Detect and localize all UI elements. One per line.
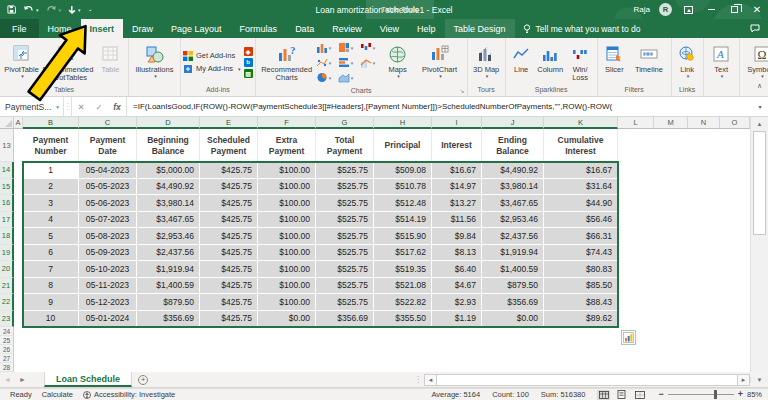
minimize-icon[interactable] <box>704 0 718 19</box>
zoom-slider-thumb[interactable] <box>714 390 717 399</box>
column-header-C[interactable]: C <box>79 117 137 129</box>
sparkline-line-button[interactable]: Line <box>508 40 535 84</box>
pie-chart-icon[interactable]: ▾ <box>316 70 337 85</box>
cell-a21[interactable] <box>14 278 23 295</box>
cell-a18[interactable] <box>14 228 23 245</box>
table-header-cell[interactable]: Principal <box>374 129 432 162</box>
cell-H15[interactable]: $510.78 <box>374 179 432 196</box>
cell-E16[interactable]: $425.75 <box>200 195 258 212</box>
zoom-level[interactable]: 85% <box>747 390 762 399</box>
cell-F21[interactable]: $100.00 <box>258 278 316 295</box>
cell-E19[interactable]: $425.75 <box>200 245 258 262</box>
sheet-tab-loan-schedule[interactable]: Loan Schedule <box>44 372 132 387</box>
cell-a23[interactable] <box>14 311 23 328</box>
user-name[interactable]: Raja <box>634 5 650 14</box>
sparkline-winloss-button[interactable]: Win/ Loss <box>566 40 595 84</box>
text-button[interactable]: A Text▾ <box>706 40 737 84</box>
save-icon[interactable] <box>7 5 16 14</box>
ribbon-display-options-icon[interactable] <box>681 0 695 19</box>
column-header-M[interactable]: M <box>654 117 688 129</box>
cell-B18[interactable]: 5 <box>23 228 79 245</box>
cell-K23[interactable]: $89.62 <box>544 311 618 328</box>
cell-J15[interactable]: $3,980.14 <box>482 179 544 196</box>
column-header-G[interactable]: G <box>316 117 374 129</box>
charts-dialog-launcher-icon[interactable]: ↘ <box>460 86 465 97</box>
cell-J17[interactable]: $2,953.46 <box>482 212 544 229</box>
scroll-left-icon[interactable]: ◄ <box>424 374 437 386</box>
cell-a14[interactable] <box>14 162 23 179</box>
close-icon[interactable]: ✕ <box>750 0 764 19</box>
column-header-D[interactable]: D <box>137 117 200 129</box>
symbols-button[interactable]: Ω Symbols▾ <box>742 40 768 84</box>
recommended-charts-button[interactable]: ? Recommended Charts <box>258 40 316 85</box>
column-header-L[interactable]: L <box>618 117 654 129</box>
cell-I19[interactable]: $8.13 <box>432 245 482 262</box>
cell-J23[interactable]: $0.00 <box>482 311 544 328</box>
cell-K19[interactable]: $74.43 <box>544 245 618 262</box>
cell-K17[interactable]: $56.46 <box>544 212 618 229</box>
cell-K20[interactable]: $80.83 <box>544 261 618 278</box>
cell-D20[interactable]: $1,919.94 <box>137 261 200 278</box>
cell-F22[interactable]: $100.00 <box>258 294 316 311</box>
avatar[interactable]: R <box>659 3 672 16</box>
area-chart-icon[interactable]: ▾ <box>338 70 359 85</box>
tab-help[interactable]: Help <box>408 19 445 38</box>
column-header-F[interactable]: F <box>258 117 316 129</box>
table-header-cell[interactable]: Interest <box>432 129 482 162</box>
cell-G16[interactable]: $525.75 <box>316 195 374 212</box>
cell-D15[interactable]: $4,490.92 <box>137 179 200 196</box>
row-header-22[interactable]: 22 <box>0 294 14 311</box>
hierarchy-chart-icon[interactable]: ▾ <box>338 40 359 55</box>
cell-G23[interactable]: $356.69 <box>316 311 374 328</box>
cell-a17[interactable] <box>14 212 23 229</box>
cell-J16[interactable]: $3,467.65 <box>482 195 544 212</box>
scrollbar-resize-handle[interactable]: ⋮ <box>412 375 424 384</box>
column-header-N[interactable]: N <box>688 117 720 129</box>
new-sheet-button[interactable]: + <box>132 372 154 387</box>
cell-F17[interactable]: $100.00 <box>258 212 316 229</box>
cell-K16[interactable]: $44.90 <box>544 195 618 212</box>
undo-icon[interactable]: ▾ <box>23 5 39 14</box>
tab-page-layout[interactable]: Page Layout <box>162 19 231 38</box>
cell-B19[interactable]: 6 <box>23 245 79 262</box>
touch-mode-icon[interactable]: ▾ <box>68 5 81 15</box>
bar-chart-icon[interactable]: ▾ <box>338 55 359 70</box>
row-header-26[interactable]: 26 <box>0 345 14 354</box>
expand-formula-bar-icon[interactable]: ▾ <box>752 97 768 116</box>
status-average[interactable]: Average: 5164 <box>431 390 480 399</box>
cell-G21[interactable]: $525.75 <box>316 278 374 295</box>
row-header-15[interactable]: 15 <box>0 179 14 196</box>
cell-a22[interactable] <box>14 294 23 311</box>
tab-review[interactable]: Review <box>323 19 371 38</box>
table-header-cell[interactable]: Beginning Balance <box>137 129 200 162</box>
row-header-17[interactable]: 17 <box>0 212 14 229</box>
cell-D22[interactable]: $879.50 <box>137 294 200 311</box>
tab-data[interactable]: Data <box>286 19 323 38</box>
cell-B17[interactable]: 4 <box>23 212 79 229</box>
name-box-dropdown-icon[interactable]: ▾ <box>56 104 59 110</box>
table-header-cell[interactable]: Ending Balance <box>482 129 544 162</box>
cell-F16[interactable]: $100.00 <box>258 195 316 212</box>
cell-D16[interactable]: $3,980.14 <box>137 195 200 212</box>
cell-B14[interactable]: 1 <box>23 162 79 179</box>
cell-E17[interactable]: $425.75 <box>200 212 258 229</box>
cell-G19[interactable]: $525.75 <box>316 245 374 262</box>
cell-J19[interactable]: $1,919.94 <box>482 245 544 262</box>
cell-B21[interactable]: 8 <box>23 278 79 295</box>
cell-I20[interactable]: $6.40 <box>432 261 482 278</box>
customize-qat-icon[interactable]: ▪ <box>88 7 92 13</box>
scroll-down-icon[interactable]: ▼ <box>750 377 768 383</box>
slicer-button[interactable]: Slicer <box>600 40 630 84</box>
table-header-cell[interactable]: Payment Date <box>79 129 137 162</box>
cell-C22[interactable]: 05-12-2023 <box>79 294 137 311</box>
cell-C23[interactable]: 05-01-2024 <box>79 311 137 328</box>
column-header-H[interactable]: H <box>374 117 432 129</box>
row-header-24[interactable]: 24 <box>0 327 14 336</box>
scroll-right-icon[interactable]: ► <box>737 374 750 386</box>
cell-I14[interactable]: $16.67 <box>432 162 482 179</box>
column-header-E[interactable]: E <box>200 117 258 129</box>
row-header-28[interactable]: 28 <box>0 363 14 372</box>
redo-icon[interactable]: ▾ <box>46 5 62 14</box>
cell-G14[interactable]: $525.75 <box>316 162 374 179</box>
timeline-button[interactable]: Timeline <box>629 40 668 84</box>
